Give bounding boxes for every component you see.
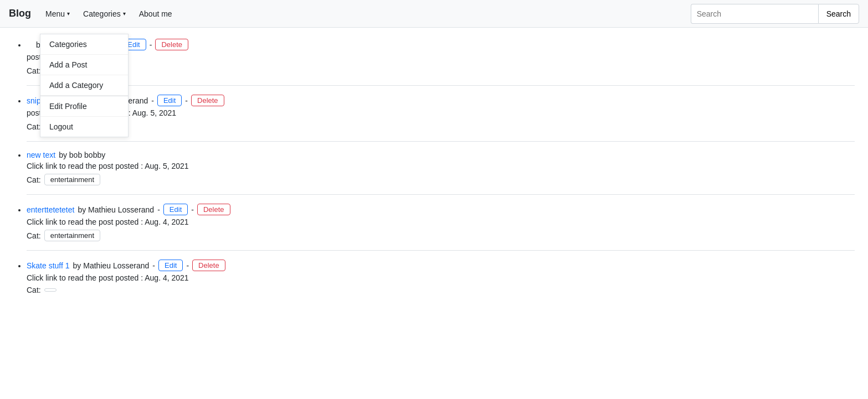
cat-badge — [44, 288, 57, 292]
edit-delete-separator: - — [186, 261, 189, 270]
main-content: st by Mathieu Losserand - Edit - Delete … — [0, 28, 868, 310]
post-author: by Mathieu Losserand — [78, 205, 154, 214]
cat-label: Cat: — [27, 231, 41, 240]
post-dash: - — [157, 205, 160, 214]
list-item: Skate stuff 1 by Mathieu Losserand - Edi… — [27, 251, 855, 303]
post-cat: Cat: coding — [27, 65, 855, 76]
list-item: enterttetetetet by Mathieu Losserand - E… — [27, 195, 855, 251]
post-header: Skate stuff 1 by Mathieu Losserand - Edi… — [27, 260, 855, 271]
categories-caret-icon: ▾ — [123, 11, 126, 17]
post-description: Click link to read the post posted : Aug… — [27, 162, 855, 170]
dropdown-item-add-post[interactable]: Add a Post — [40, 55, 128, 75]
list-item: snippet post by Mathieu Losserand - Edit… — [27, 86, 855, 142]
post-dash: - — [152, 261, 155, 270]
post-cat: Cat: coding — [27, 121, 855, 132]
list-item: st by Mathieu Losserand - Edit - Delete … — [27, 34, 855, 86]
post-description: Click link to read the post posted : Aug… — [27, 217, 855, 226]
post-header: enterttetetetet by Mathieu Losserand - E… — [27, 204, 855, 215]
edit-button[interactable]: Edit — [158, 260, 183, 271]
post-title-link[interactable]: Skate stuff 1 — [27, 261, 70, 270]
post-author: by Mathieu Losserand — [73, 261, 150, 270]
post-description: posted : Aug. 9, 2021 — [27, 53, 855, 61]
menu-caret-icon: ▾ — [67, 11, 70, 17]
navbar: Blog Menu ▾ Categories Add a Post Add a … — [0, 0, 868, 28]
post-list: st by Mathieu Losserand - Edit - Delete … — [13, 34, 855, 303]
edit-button[interactable]: Edit — [163, 204, 188, 215]
cat-label: Cat: — [27, 122, 41, 131]
post-cat: Cat: — [27, 286, 855, 294]
delete-button[interactable]: Delete — [191, 95, 224, 106]
post-title-link[interactable]: new text — [27, 151, 55, 159]
edit-delete-separator: - — [191, 205, 194, 214]
menu-nav-item: Menu ▾ Categories Add a Post Add a Categ… — [40, 6, 75, 22]
post-author: by bob bobby — [59, 151, 105, 159]
delete-button[interactable]: Delete — [192, 260, 225, 271]
dropdown-item-add-category[interactable]: Add a Category — [40, 75, 128, 96]
cat-label: Cat: — [27, 66, 41, 75]
categories-button[interactable]: Categories ▾ — [78, 6, 131, 22]
dropdown-item-categories[interactable]: Categories — [40, 34, 128, 55]
delete-button[interactable]: Delete — [155, 39, 188, 50]
brand: Blog — [9, 8, 31, 19]
delete-button[interactable]: Delete — [197, 204, 230, 215]
post-header: st by Mathieu Losserand - Edit - Delete — [27, 39, 855, 50]
dropdown-item-logout[interactable]: Logout — [40, 117, 128, 137]
post-header: new text by bob bobby — [27, 151, 855, 159]
about-nav-item: About me — [133, 6, 178, 22]
search-area: Search — [691, 4, 859, 24]
post-description: post to tet the snippet posted : Aug. 5,… — [27, 108, 855, 117]
edit-button[interactable]: Edit — [157, 95, 182, 106]
cat-label: Cat: — [27, 286, 41, 294]
post-cat: Cat: entertainment — [27, 174, 855, 185]
list-item: new text by bob bobby Click link to read… — [27, 142, 855, 195]
cat-label: Cat: — [27, 175, 41, 184]
post-cat: Cat: entertainment — [27, 230, 855, 241]
menu-button[interactable]: Menu ▾ — [40, 6, 75, 22]
menu-dropdown: Categories Add a Post Add a Category Edi… — [40, 34, 129, 137]
cat-badge: entertainment — [44, 174, 101, 185]
edit-delete-separator: - — [150, 40, 152, 49]
edit-delete-separator: - — [185, 96, 188, 105]
search-input[interactable] — [691, 4, 818, 24]
dropdown-item-edit-profile[interactable]: Edit Profile — [40, 96, 128, 117]
post-description: Click link to read the post posted : Aug… — [27, 273, 855, 282]
cat-badge: entertainment — [44, 230, 101, 241]
categories-nav-item: Categories ▾ — [78, 6, 131, 22]
about-button[interactable]: About me — [133, 6, 178, 22]
post-title-link[interactable]: enterttetetetet — [27, 205, 74, 214]
search-button[interactable]: Search — [818, 4, 859, 24]
post-dash: - — [151, 96, 154, 105]
post-header: snippet post by Mathieu Losserand - Edit… — [27, 95, 855, 106]
